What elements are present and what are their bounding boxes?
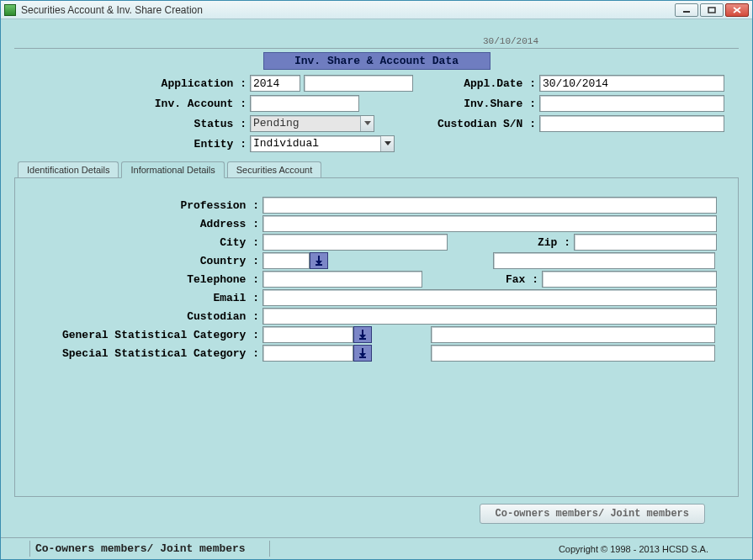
coowners-button[interactable]: Co-owners members/ Joint members — [480, 504, 705, 524]
country-code-field[interactable] — [262, 252, 310, 269]
window-controls — [675, 3, 749, 17]
spec-stat-code-field[interactable] — [262, 345, 353, 362]
fax-field[interactable] — [542, 271, 717, 288]
appl-date-field[interactable] — [539, 75, 724, 92]
tab-bar: Identification Details Informational Det… — [14, 161, 739, 177]
address-field[interactable] — [262, 215, 717, 232]
close-button[interactable] — [725, 3, 749, 17]
application-year-field[interactable] — [250, 75, 300, 92]
custodian-label: Custodian : — [27, 310, 262, 323]
appl-date-label: Appl.Date : — [413, 77, 539, 90]
custodian-field[interactable] — [262, 308, 717, 325]
client-area: 30/10/2014 Inv. Share & Account Data App… — [1, 19, 752, 532]
custodian-sn-field[interactable] — [539, 115, 724, 132]
spec-stat-name-field[interactable] — [431, 345, 715, 362]
email-label: Email : — [27, 292, 262, 304]
tab-container: Identification Details Informational Det… — [14, 161, 739, 497]
titlebar: Securities Account & Inv. Share Creation — [1, 1, 752, 19]
status-combo[interactable]: Pending — [250, 115, 374, 132]
tab-informational[interactable]: Informational Details — [121, 161, 224, 178]
entity-value: Individual — [251, 136, 380, 151]
informational-form: Profession : Address : City : Zip : — [27, 197, 726, 362]
status-left-text: Co-owners members/ Joint members — [29, 541, 270, 557]
inv-account-field[interactable] — [250, 95, 359, 112]
fax-label: Fax : — [422, 273, 542, 286]
top-form: Application : Appl.Date : Inv. Account :… — [14, 75, 739, 152]
chevron-down-icon — [360, 116, 374, 131]
inv-account-label: Inv. Account : — [14, 98, 250, 110]
app-window: Securities Account & Inv. Share Creation… — [0, 0, 753, 560]
email-field[interactable] — [262, 289, 717, 306]
app-icon — [4, 4, 16, 16]
zip-label: Zip : — [448, 236, 574, 249]
gen-stat-name-field[interactable] — [431, 326, 715, 343]
button-row: Co-owners members/ Joint members — [14, 504, 705, 524]
minimize-button[interactable] — [675, 3, 698, 17]
telephone-label: Telephone : — [27, 273, 262, 286]
tab-identification[interactable]: Identification Details — [18, 161, 119, 178]
download-arrow-icon — [315, 256, 323, 266]
city-label: City : — [27, 236, 262, 249]
entity-combo[interactable]: Individual — [250, 135, 395, 152]
tab-securities[interactable]: Securities Account — [227, 161, 322, 178]
header-date: 30/10/2014 — [427, 36, 595, 46]
country-label: Country : — [27, 255, 262, 267]
status-label: Status : — [14, 118, 250, 130]
entity-label: Entity : — [14, 138, 250, 151]
header-rule — [14, 48, 739, 49]
city-field[interactable] — [262, 234, 448, 251]
status-value: Pending — [251, 116, 360, 131]
spec-stat-lookup-button[interactable] — [353, 345, 372, 362]
application-number-field[interactable] — [304, 75, 413, 92]
download-arrow-icon — [358, 348, 367, 358]
chevron-down-icon — [380, 136, 394, 151]
address-label: Address : — [27, 218, 262, 230]
svg-rect-1 — [708, 8, 715, 13]
gen-stat-label: General Statistical Category : — [27, 329, 262, 341]
inv-share-field[interactable] — [539, 95, 724, 112]
svg-marker-4 — [364, 121, 371, 125]
application-label: Application : — [14, 77, 250, 90]
maximize-button[interactable] — [700, 3, 724, 17]
download-arrow-icon — [358, 330, 367, 340]
custodian-sn-label: Custodian S/N : — [374, 118, 539, 130]
gen-stat-lookup-button[interactable] — [353, 326, 372, 343]
profession-field[interactable] — [262, 197, 717, 214]
country-name-field[interactable] — [493, 252, 715, 269]
window-title: Securities Account & Inv. Share Creation — [21, 4, 675, 16]
country-lookup-button[interactable] — [310, 252, 328, 269]
status-bar: Co-owners members/ Joint members Copyrig… — [1, 537, 752, 559]
zip-field[interactable] — [574, 234, 717, 251]
profession-label: Profession : — [27, 199, 262, 212]
telephone-field[interactable] — [262, 271, 422, 288]
inv-share-label: Inv.Share : — [359, 98, 539, 110]
svg-marker-5 — [384, 141, 391, 145]
gen-stat-code-field[interactable] — [262, 326, 353, 343]
tab-panel-informational: Profession : Address : City : Zip : — [14, 177, 739, 497]
section-title: Inv. Share & Account Data — [263, 52, 491, 70]
copyright-text: Copyright © 1998 - 2013 HCSD S.A. — [559, 544, 708, 554]
spec-stat-label: Special Statistical Category : — [27, 347, 262, 360]
